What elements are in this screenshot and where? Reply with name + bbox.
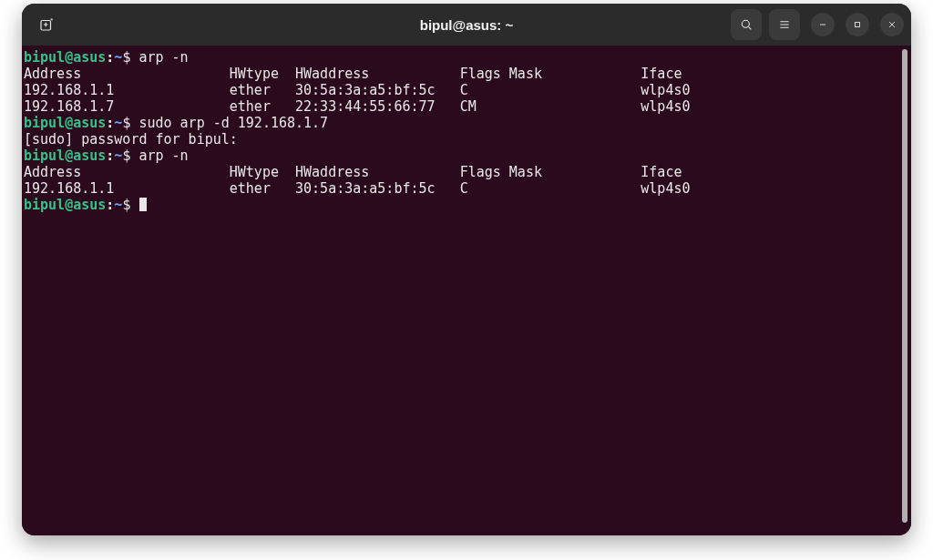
prompt-dollar: $ [122,49,130,66]
svg-point-1 [742,20,749,27]
prompt-user: bipul [24,115,65,131]
scrollbar-thumb[interactable] [902,49,907,523]
menu-button[interactable] [769,9,800,40]
maximize-icon [852,19,863,30]
prompt-dollar: $ [122,148,130,164]
arp2-header: Address HWtype HWaddress Flags Mask Ifac… [24,164,682,180]
new-tab-button[interactable] [31,9,62,40]
arp2-row-1: 192.168.1.1 ether 30:5a:3a:a5:bf:5c C wl… [24,180,691,197]
prompt-host: asus [73,49,106,66]
prompt-colon: : [106,115,114,131]
prompt-user: bipul [24,49,65,66]
maximize-button[interactable] [846,13,869,36]
prompt-user: bipul [24,148,65,164]
hamburger-icon [777,17,792,32]
prompt-at: @ [65,197,73,213]
sudo-prompt: [sudo] password for bipul: [24,131,246,148]
titlebar-right-group [729,9,904,40]
command-3: arp -n [138,148,188,164]
cursor [139,198,147,211]
prompt-host: asus [73,148,106,164]
new-tab-icon [38,16,55,33]
prompt-colon: : [106,148,114,164]
prompt-dollar: $ [122,115,130,131]
prompt-user: bipul [24,197,65,213]
prompt-host: asus [73,115,106,131]
svg-rect-2 [856,23,860,27]
search-button[interactable] [731,9,762,40]
close-icon [887,19,897,30]
prompt-at: @ [65,148,73,164]
close-button[interactable] [880,13,904,36]
prompt-dollar: $ [122,197,130,213]
terminal-area: bipul@asus:~$ arp -n Address HWtype HWad… [22,46,911,535]
prompt-host: asus [73,197,106,213]
scrollbar[interactable] [898,46,911,535]
minimize-icon [817,19,828,30]
prompt-at: @ [65,49,73,66]
prompt-at: @ [65,115,73,131]
titlebar: bipul@asus: ~ [22,4,911,46]
arp1-row-1: 192.168.1.1 ether 30:5a:3a:a5:bf:5c C wl… [24,82,691,98]
arp1-header: Address HWtype HWaddress Flags Mask Ifac… [24,66,682,82]
terminal-window: bipul@asus: ~ [22,4,911,535]
command-1: arp -n [138,49,188,66]
prompt-colon: : [106,197,114,213]
arp1-row-2: 192.168.1.7 ether 22:33:44:55:66:77 CM w… [24,98,691,115]
terminal-output[interactable]: bipul@asus:~$ arp -n Address HWtype HWad… [22,46,898,535]
command-2: sudo arp -d 192.168.1.7 [138,115,328,131]
prompt-colon: : [106,49,114,66]
minimize-button[interactable] [811,13,835,36]
search-icon [739,17,754,32]
